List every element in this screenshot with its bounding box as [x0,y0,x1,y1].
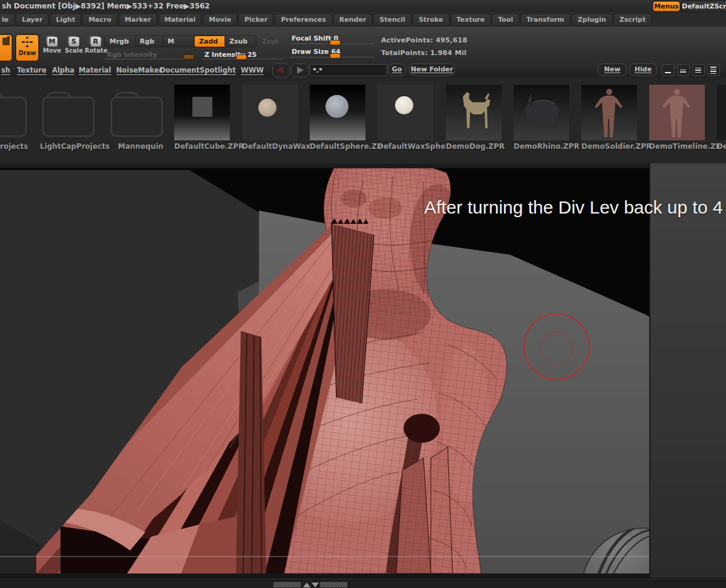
menu-item-zplugin[interactable]: Zplugin [572,14,612,26]
edit-button-partial[interactable] [0,34,12,61]
menu-item-marker[interactable]: Marker [119,14,157,26]
move-label: Move [41,47,63,54]
menu-item-picker[interactable]: Picker [238,14,273,26]
scrollbar-thumb-left[interactable] [273,582,301,587]
menu-item-layer[interactable]: Layer [16,14,48,26]
z-intensity-handle[interactable] [236,54,247,60]
bottom-bar [0,578,726,588]
zcut-button[interactable]: Zcut [257,36,287,47]
menu-item-light[interactable]: Light [50,14,81,26]
annotation-caption: After turning the Div Lev back up to 4 [424,197,721,218]
scroll-down-icon[interactable] [312,583,319,587]
draw-button[interactable]: Draw [16,34,39,61]
move-button[interactable]: M Move [41,34,63,60]
thumbnail-defaultcube[interactable] [174,85,230,140]
folder-projects-partial[interactable] [0,85,28,140]
new-button[interactable]: New [598,64,627,76]
thumb-size-4-button[interactable] [707,64,720,76]
menu-item-movie[interactable]: Movie [203,14,237,26]
rotate-button[interactable]: R Rotate [85,34,106,60]
memory-stats: [Obj▶8392] Mem▶533+32 Free▶3562 [58,2,210,10]
file-label[interactable]: DemoDog.ZPR [446,142,505,151]
file-label[interactable]: DemoRhino.ZPR [514,142,580,151]
menu-item-render[interactable]: Render [333,14,373,26]
thumb-size-3-button[interactable] [692,64,705,76]
tab-alpha[interactable]: Alpha [52,66,74,74]
rotate-label: Rotate [85,47,106,54]
menu-item-tool[interactable]: Tool [492,14,519,26]
menu-item-transform[interactable]: Transform [520,14,571,26]
top-shelf: Draw M Move S Scale R Rotate Mrgb Rgb M … [0,27,726,62]
zadd-button[interactable]: Zadd [194,36,226,47]
thumbnail-demorhino[interactable] [514,85,569,140]
menu-item-zscript[interactable]: Zscript [613,14,652,26]
menu-item-macro[interactable]: Macro [82,14,117,26]
file-filter-input[interactable] [310,64,387,76]
browse-back-button[interactable] [272,64,290,77]
menu-item-texture[interactable]: Texture [451,14,491,26]
tab-material[interactable]: Material [79,66,111,74]
title-bar: sh Document [Obj▶8392] Mem▶533+32 Free▶3… [0,0,726,13]
thumbnail-defaultsphere[interactable] [310,85,365,140]
scale-button[interactable]: S Scale [63,34,85,60]
menu-item-material[interactable]: Material [159,14,201,26]
rgb-intensity-handle[interactable] [183,54,194,60]
soldier-thumbnail-image [581,85,637,140]
document-title: sh Document [2,2,56,10]
tab-www[interactable]: WWW [241,66,264,74]
folder-lightcapprojects[interactable] [41,85,96,140]
thumbnail-defaultdynawax[interactable] [242,85,298,140]
folder-label[interactable]: rojects [0,142,28,151]
menu-bar: leLayerLightMacroMarkerMaterialMoviePick… [0,12,726,27]
thumbnail-partial[interactable] [717,85,726,140]
m-button[interactable]: M [163,36,195,47]
mrgb-button[interactable]: Mrgb [105,36,137,47]
thumbnail-demodog[interactable] [446,85,502,140]
go-button[interactable]: Go [388,64,406,76]
rgb-intensity-track [105,58,194,59]
tab-texture[interactable]: Texture [17,66,47,74]
scrollbar-thumb-right[interactable] [320,582,347,587]
file-label[interactable]: DefaultSphere.ZP [310,142,382,151]
browse-forward-button[interactable] [291,64,309,77]
folder-mannequin[interactable] [109,85,165,140]
new-folder-button[interactable]: New Folder [409,64,455,76]
thumbnail-defaultwaxsphere[interactable] [378,85,433,140]
tab-spotlight[interactable]: Spotlight [200,66,236,74]
three-lines-icon [695,68,701,73]
sculpt-canvas[interactable] [0,163,650,578]
menu-item-le-partial[interactable]: le [0,14,15,26]
focal-shift-handle[interactable] [330,40,341,45]
thumb-size-1-button[interactable] [662,64,675,76]
file-label[interactable]: DefaultWaxSphe [378,142,445,151]
file-label[interactable]: DemoTimeline.ZP [649,142,721,151]
scroll-up-icon[interactable] [303,583,310,587]
menu-item-stroke[interactable]: Stroke [413,14,450,26]
folder-label[interactable]: Mannequin [118,142,163,151]
folder-icon [109,85,165,140]
draw-size-handle[interactable] [330,53,341,59]
folder-icon [0,85,28,140]
file-label[interactable]: DemoSoldier.ZPR [581,142,652,151]
hide-button[interactable]: Hide [629,64,657,76]
menu-item-stencil[interactable]: Stencil [373,14,411,26]
menus-button[interactable]: Menus [653,1,680,11]
tab-brush-partial[interactable]: sh [1,66,10,74]
folder-label[interactable]: LightCapProjects [40,142,110,151]
back-arrow-icon [276,67,283,74]
scale-label: Scale [63,47,85,54]
menu-item-preferences[interactable]: Preferences [275,14,332,26]
file-label[interactable]: DefaultDynaWax [242,142,310,151]
rgb-button[interactable]: Rgb [135,36,165,47]
tab-document[interactable]: Document [160,66,200,74]
zsub-button[interactable]: Zsub [224,36,257,47]
horizontal-scrollbar[interactable] [0,580,726,588]
default-zscript-button[interactable]: DefaultZScript [681,1,726,12]
tab-noisemaker[interactable]: NoiseMaker [116,66,162,74]
lightbox-nav-bar: sh Texture Alpha Material NoiseMaker Doc… [0,62,726,78]
file-label[interactable]: DefaultCube.ZPR [174,142,244,151]
thumbnail-demotimeline-selected[interactable] [649,85,705,140]
thumbnail-demosoldier[interactable] [581,85,637,140]
file-label[interactable]: De [717,142,726,151]
thumb-size-2-button[interactable] [677,64,690,76]
